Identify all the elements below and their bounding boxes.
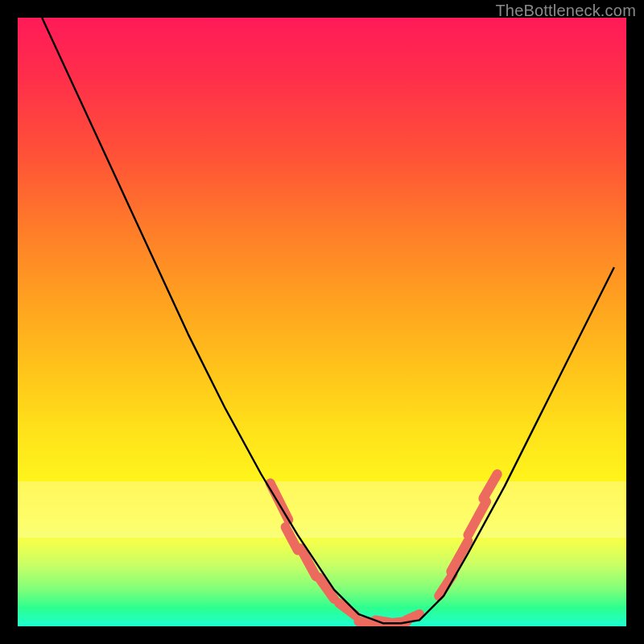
watermark-text: TheBottleneck.com — [495, 2, 636, 20]
chart-plot-area — [18, 18, 626, 626]
chart-frame: TheBottleneck.com — [0, 0, 644, 644]
